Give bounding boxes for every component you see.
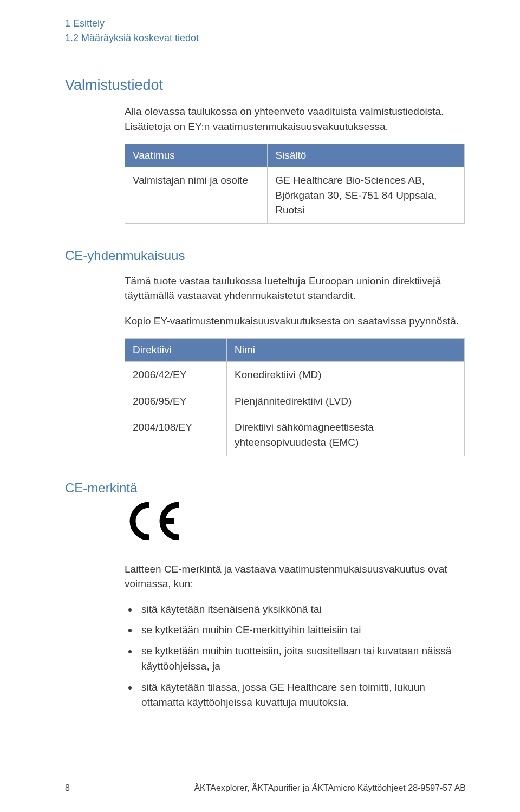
breadcrumb-line-1: 1 Esittely	[65, 16, 466, 31]
doc-ref: ÄKTAexplorer, ÄKTApurifier ja ÄKTAmicro …	[194, 783, 466, 793]
breadcrumb: 1 Esittely 1.2 Määräyksiä koskevat tiedo…	[65, 16, 466, 46]
th-nimi: Nimi	[227, 339, 465, 362]
section-title-valmistustiedot: Valmistustiedot	[65, 77, 466, 94]
svg-rect-0	[162, 518, 174, 524]
page-number: 8	[65, 783, 70, 793]
table-row: Valmistajan nimi ja osoite GE Healthcare…	[125, 167, 465, 224]
td-direktiivi: 2004/108/EY	[125, 414, 227, 456]
table-row: 2004/108/EY Direktiivi sähkömagneettises…	[125, 414, 465, 456]
table-row: 2006/95/EY Pienjännitedirektiivi (LVD)	[125, 388, 465, 414]
ce-merkinta-intro: Laitteen CE-merkintä ja vastaava vaatimu…	[125, 562, 466, 592]
td-direktiivi: 2006/42/EY	[125, 362, 227, 388]
th-direktiivi: Direktiivi	[125, 339, 227, 362]
td-nimi: Direktiivi sähkömagneettisesta yhteensop…	[227, 414, 465, 456]
separator	[125, 727, 465, 727]
valmistustiedot-intro: Alla olevassa taulukossa on yhteenveto v…	[125, 104, 466, 134]
list-item: sitä käytetään itsenäisenä yksikkönä tai	[138, 602, 466, 618]
list-item: sitä käytetään tilassa, jossa GE Healthc…	[138, 680, 466, 711]
td-vaatimus: Valmistajan nimi ja osoite	[125, 167, 268, 224]
td-direktiivi: 2006/95/EY	[125, 388, 227, 414]
td-nimi: Pienjännitedirektiivi (LVD)	[227, 388, 465, 414]
section-title-ce-yhdenmukaisuus: CE-yhdenmukaisuus	[65, 248, 466, 263]
ce-mark-svg	[125, 502, 184, 540]
td-sisalto: GE Healthcare Bio-Sciences AB, Björkgata…	[268, 167, 465, 224]
list-item: se kytketään muihin tuotteisiin, joita s…	[138, 644, 466, 674]
th-vaatimus: Vaatimus	[125, 144, 268, 167]
ce-yhden-table: Direktiivi Nimi 2006/42/EY Konedirektiiv…	[125, 338, 465, 456]
breadcrumb-line-2: 1.2 Määräyksiä koskevat tiedot	[65, 31, 466, 46]
table-header-row: Vaatimus Sisältö	[125, 144, 465, 167]
td-nimi: Konedirektiivi (MD)	[227, 362, 465, 388]
page: 1 Esittely 1.2 Määräyksiä koskevat tiedo…	[0, 0, 520, 812]
ce-merkinta-bullets: sitä käytetään itsenäisenä yksikkönä tai…	[125, 602, 466, 711]
th-sisalto: Sisältö	[268, 144, 465, 167]
table-row: 2006/42/EY Konedirektiivi (MD)	[125, 362, 465, 388]
ce-yhden-intro2: Kopio EY-vaatimustenmukaisuusvakuutukses…	[125, 314, 466, 329]
ce-yhden-intro: Tämä tuote vastaa taulukossa lueteltuja …	[125, 274, 466, 303]
section-title-ce-merkinta: CE-merkintä	[65, 480, 466, 496]
ce-mark-icon	[125, 502, 466, 548]
footer: 8 ÄKTAexplorer, ÄKTApurifier ja ÄKTAmicr…	[0, 783, 520, 793]
table-header-row: Direktiivi Nimi	[125, 339, 465, 362]
list-item: se kytketään muihin CE-merkittyihin lait…	[138, 622, 466, 638]
valmistustiedot-table: Vaatimus Sisältö Valmistajan nimi ja oso…	[125, 144, 465, 224]
